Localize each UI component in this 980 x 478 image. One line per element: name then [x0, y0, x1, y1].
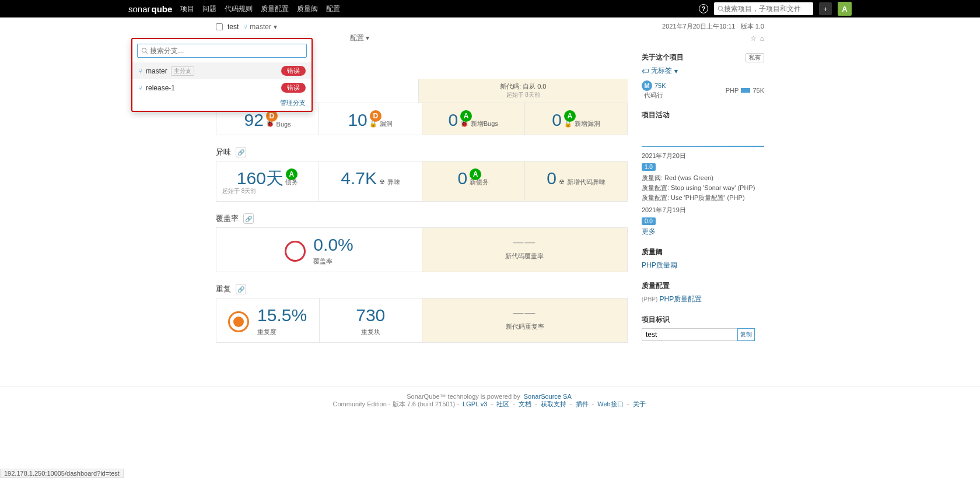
- loc-link[interactable]: 75K: [654, 82, 666, 89]
- chevron-down-icon: ▾: [274, 23, 277, 31]
- activity-date: 2021年7月20日: [642, 152, 764, 160]
- sonarsource-link[interactable]: SonarSource SA: [524, 393, 572, 400]
- favorite-icon[interactable]: ☆: [750, 34, 757, 43]
- coverage-donut-icon: [285, 241, 306, 262]
- home-icon[interactable]: ⌂: [760, 34, 764, 43]
- size-rating-icon: M: [642, 80, 652, 91]
- metric-new-duplication[interactable]: —— 新代码重复率: [422, 298, 627, 342]
- duplication-donut-icon: [228, 311, 249, 332]
- link-icon[interactable]: 🔗: [236, 147, 246, 157]
- search-icon: [718, 5, 724, 12]
- rating-d: D: [370, 110, 382, 122]
- user-avatar[interactable]: A: [838, 2, 852, 16]
- nav-projects[interactable]: 项目: [180, 4, 194, 14]
- footer-link[interactable]: Web接口: [597, 400, 623, 407]
- smell-icon: ☢: [379, 178, 385, 186]
- branch-item-release-1[interactable]: ⑂release-1 错误: [132, 79, 312, 96]
- branch-icon: ⑂: [138, 85, 142, 92]
- global-search[interactable]: [714, 2, 813, 15]
- manage-branches-link[interactable]: 管理分支: [280, 99, 306, 106]
- activity-title: 项目活动: [642, 110, 764, 120]
- svg-line-3: [146, 52, 148, 54]
- metric-new-vulnerabilities[interactable]: 0A 🔒新增漏洞: [525, 103, 627, 135]
- metric-vulnerabilities[interactable]: 10D 🔒漏洞: [319, 103, 422, 135]
- metric-smells[interactable]: 4.7K ☢异味: [319, 161, 422, 201]
- link-icon[interactable]: 🔗: [243, 213, 254, 224]
- branch-icon: ⑂: [138, 68, 142, 75]
- project-icon: [216, 23, 223, 30]
- version-label: 版本 1.0: [741, 23, 764, 30]
- activity-date: 2021年7月19日: [642, 206, 764, 215]
- footer-link[interactable]: 插件: [576, 400, 589, 407]
- smell-icon: ☢: [559, 178, 565, 186]
- activity-event: 质量配置: Use 'PHP质量配置' (PHP): [642, 194, 764, 202]
- nav-profiles[interactable]: 质量配置: [261, 4, 289, 14]
- top-nav: sonarqube 项目 问题 代码规则 质量配置 质量阈 配置 ? + A: [0, 0, 980, 17]
- svg-line-1: [722, 10, 724, 12]
- tag-icon: 🏷: [642, 67, 649, 75]
- version-badge: 0.0: [642, 217, 656, 225]
- main-branch-badge: 主分支: [171, 66, 194, 76]
- metric-debt[interactable]: 160天A 债务 起始于 8天前: [216, 161, 319, 201]
- footer-link[interactable]: LGPL v3: [463, 400, 487, 407]
- footer: SonarQube™ technology is powered by Sona…: [0, 386, 980, 420]
- status-badge: 错误: [281, 66, 306, 76]
- metric-duplication[interactable]: 15.5% 重复度: [216, 298, 320, 342]
- visibility-badge: 私有: [746, 53, 764, 62]
- search-icon: [141, 47, 148, 54]
- svg-point-2: [142, 48, 146, 52]
- branch-search-input[interactable]: [150, 47, 303, 55]
- global-search-input[interactable]: [724, 5, 810, 13]
- section-coverage-title: 覆盖率: [216, 213, 239, 224]
- analysis-timestamp: 2021年7月20日上午10:11: [662, 23, 735, 30]
- metric-duplicated-blocks[interactable]: 730 重复块: [320, 298, 423, 342]
- section-smells-title: 异味: [216, 147, 231, 157]
- activity-more-link[interactable]: 更多: [642, 227, 656, 236]
- rating-a: A: [564, 110, 576, 122]
- status-badge: 错误: [281, 83, 306, 93]
- rating-a: A: [460, 110, 472, 122]
- help-icon[interactable]: ?: [699, 4, 708, 13]
- rating-a: A: [286, 168, 298, 180]
- language-bar: [741, 88, 750, 93]
- footer-link[interactable]: 文档: [519, 400, 531, 407]
- project-key-title: 项目标识: [642, 315, 764, 325]
- quality-profile-title: 质量配置: [642, 281, 764, 291]
- project-key-input[interactable]: [642, 328, 738, 341]
- activity-event: 质量阈: Red (was Green): [642, 174, 764, 182]
- branch-dropdown: ⑂master主分支 错误 ⑂release-1 错误 管理分支: [131, 38, 313, 112]
- tags-selector[interactable]: 🏷无标签 ▾: [642, 66, 764, 76]
- new-code-header: 新代码: 自从 0.0 起始于 8天前: [418, 79, 628, 103]
- footer-link[interactable]: 社区: [496, 400, 509, 407]
- about-title: 关于这个项目: [642, 52, 684, 62]
- svg-point-0: [718, 6, 722, 10]
- branch-icon: ⑂: [243, 23, 247, 30]
- project-name[interactable]: test: [228, 23, 239, 31]
- copy-button[interactable]: 复制: [737, 328, 755, 341]
- quality-gate-link[interactable]: PHP质量阈: [642, 261, 677, 269]
- branch-selector[interactable]: ⑂ master ▾: [243, 23, 277, 31]
- create-button[interactable]: +: [819, 2, 832, 15]
- metric-new-smells[interactable]: 0 ☢新增代码异味: [525, 161, 627, 201]
- metric-new-debt[interactable]: 0A 新债务: [422, 161, 525, 201]
- profile-lang: (PHP): [642, 296, 657, 303]
- logo[interactable]: sonarqube: [128, 4, 172, 14]
- metric-coverage[interactable]: 0.0% 覆盖率: [216, 228, 422, 272]
- version-badge: 1.0: [642, 163, 656, 171]
- footer-link[interactable]: 关于: [633, 400, 646, 407]
- quality-gate-title: 质量阈: [642, 247, 764, 257]
- activity-event: 质量配置: Stop using 'Sonar way' (PHP): [642, 184, 764, 192]
- activity-sparkline[interactable]: [642, 124, 764, 147]
- nav-gates[interactable]: 质量阈: [297, 4, 318, 14]
- branch-item-master[interactable]: ⑂master主分支 错误: [132, 62, 312, 79]
- rating-d: D: [266, 110, 278, 122]
- section-duplication-title: 重复: [216, 284, 231, 294]
- quality-profile-link[interactable]: PHP质量配置: [660, 295, 702, 303]
- footer-link[interactable]: 获取支持: [541, 400, 566, 407]
- metric-new-coverage[interactable]: —— 新代码覆盖率: [422, 228, 628, 272]
- nav-rules[interactable]: 代码规则: [225, 4, 253, 14]
- link-icon[interactable]: 🔗: [236, 284, 246, 294]
- nav-issues[interactable]: 问题: [202, 4, 216, 14]
- metric-new-bugs[interactable]: 0A 🐞新增Bugs: [422, 103, 525, 135]
- nav-admin[interactable]: 配置: [326, 4, 340, 14]
